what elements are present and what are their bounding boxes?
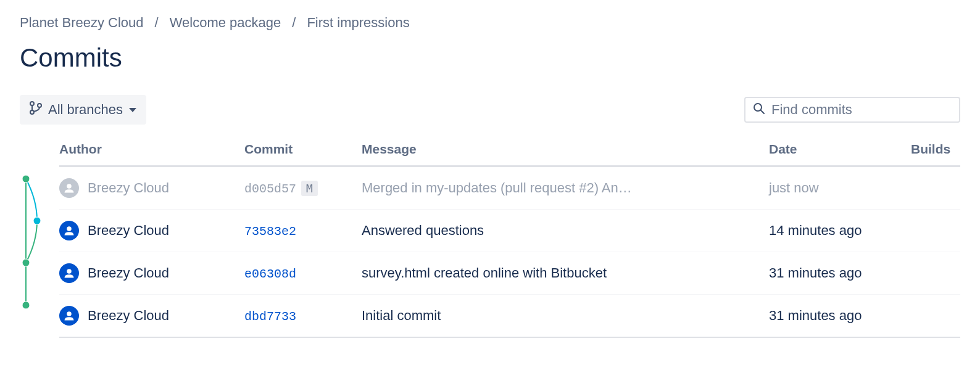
author-name: Breezy Cloud [88,265,169,281]
avatar [59,221,79,240]
commit-hash[interactable]: 73583e2 [244,224,296,239]
avatar [59,263,79,283]
commit-message[interactable]: Merged in my-updates (pull request #2) A… [362,180,720,196]
svg-point-10 [67,184,72,189]
svg-point-3 [754,104,762,111]
table-row[interactable]: Breezy Cloud73583e2Answered questions14 … [59,210,960,252]
commit-date: just now [769,180,819,195]
svg-point-0 [30,102,34,105]
breadcrumb-item-project[interactable]: Planet Breezy Cloud [20,15,144,31]
commit-message[interactable]: Answered questions [362,223,720,239]
author-name: Breezy Cloud [88,308,169,324]
builds-cell [905,295,960,338]
search-box[interactable] [744,97,960,123]
column-header-author[interactable]: Author [59,142,238,166]
breadcrumb-item-path[interactable]: First impressions [307,15,409,31]
table-row[interactable]: Breezy Clouddbd7733Initial commit31 minu… [59,295,960,338]
chevron-down-icon [129,108,136,112]
column-header-date[interactable]: Date [763,142,905,166]
svg-point-2 [38,104,41,107]
commit-message[interactable]: Initial commit [362,308,720,324]
column-header-builds[interactable]: Builds [905,142,960,166]
author-cell: Breezy Cloud [59,306,232,326]
avatar [59,306,79,326]
commit-date: 31 minutes ago [769,265,862,281]
column-header-message[interactable]: Message [355,142,763,166]
commit-graph [20,142,59,338]
toolbar: All branches [20,95,960,125]
author-name: Breezy Cloud [88,180,169,196]
commit-hash[interactable]: e06308d [244,267,296,281]
builds-cell [905,210,960,252]
table-row[interactable]: Breezy Cloude06308dsurvey.html created o… [59,252,960,295]
commit-date: 31 minutes ago [769,308,862,323]
table-row[interactable]: Breezy Cloudd005d57MMerged in my-updates… [59,166,960,210]
avatar [59,178,79,198]
svg-point-12 [67,269,72,274]
column-header-commit[interactable]: Commit [238,142,355,166]
breadcrumb-separator: / [292,15,296,31]
author-cell: Breezy Cloud [59,221,232,240]
builds-cell [905,166,960,210]
breadcrumb-item-repo[interactable]: Welcome package [170,15,281,31]
commit-date: 14 minutes ago [769,223,862,238]
search-icon [753,102,765,117]
breadcrumb: Planet Breezy Cloud / Welcome package / … [20,15,960,31]
merge-badge: M [301,181,318,196]
svg-point-13 [67,311,72,316]
page-title: Commits [20,43,960,73]
svg-point-9 [22,302,30,309]
commit-hash[interactable]: dbd7733 [244,310,296,324]
author-cell: Breezy Cloud [59,178,232,198]
builds-cell [905,252,960,295]
author-name: Breezy Cloud [88,223,169,239]
commit-hash: d005d57 [244,182,296,196]
svg-point-8 [22,259,30,266]
svg-point-11 [67,226,72,231]
svg-point-7 [33,217,41,224]
svg-point-6 [22,175,30,183]
commit-message[interactable]: survey.html created online with Bitbucke… [362,265,720,281]
svg-line-4 [761,110,764,113]
search-input[interactable] [771,102,952,118]
branch-icon [30,101,42,118]
branch-filter-button[interactable]: All branches [20,95,146,125]
svg-point-1 [30,110,34,114]
branch-filter-label: All branches [48,102,123,118]
author-cell: Breezy Cloud [59,263,232,283]
breadcrumb-separator: / [155,15,159,31]
commits-table: Author Commit Message Date Builds Breezy… [59,142,960,338]
